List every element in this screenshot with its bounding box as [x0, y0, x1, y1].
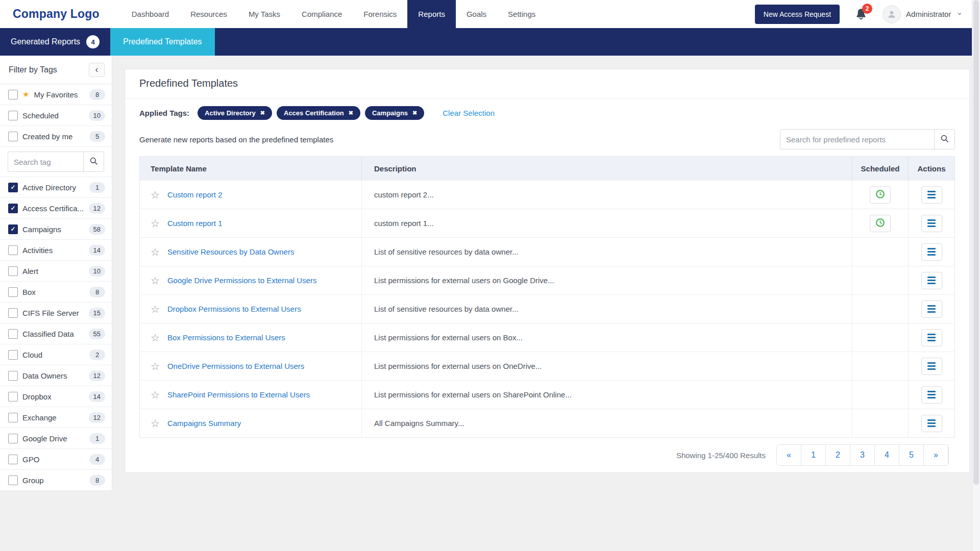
actions-menu-button[interactable]	[921, 215, 942, 232]
tag-checkbox[interactable]	[8, 371, 18, 381]
tag-checkbox[interactable]	[8, 475, 18, 485]
tag-filter-item: Dropbox 14	[0, 386, 112, 407]
nav-item[interactable]: Goals	[456, 0, 497, 28]
tag-checkbox[interactable]	[8, 350, 18, 360]
actions-menu-button[interactable]	[921, 329, 942, 346]
nav-item[interactable]: Dashboard	[121, 0, 180, 28]
template-name-link[interactable]: Custom report 2	[167, 190, 223, 199]
scrollbar[interactable]	[972, 0, 980, 551]
scheduled-button[interactable]	[870, 186, 891, 204]
sidebar-collapse-button[interactable]: ‹	[89, 63, 105, 77]
pagination-button[interactable]: »	[924, 445, 948, 465]
favorite-star-icon[interactable]: ☆	[151, 304, 160, 314]
template-name-link[interactable]: Dropbox Permissions to External Users	[167, 305, 301, 313]
remove-tag-icon[interactable]: ✖	[260, 110, 265, 116]
check-icon: ✓	[10, 205, 15, 212]
tag-search-button[interactable]	[83, 152, 104, 171]
applied-tag-chip[interactable]: Campaigns ✖	[365, 106, 424, 120]
table-row: ☆ SharePoint Permissions to External Use…	[140, 380, 954, 409]
pagination-button[interactable]: 4	[875, 445, 899, 465]
pagination-button[interactable]: «	[777, 445, 801, 465]
notification-count-badge: 2	[862, 4, 872, 14]
scheduled-cell	[852, 409, 909, 437]
template-name-link[interactable]: OneDrive Permissions to External Users	[167, 362, 304, 370]
scrollbar-thumb[interactable]	[973, 0, 979, 485]
pagination-button[interactable]: 1	[801, 445, 826, 465]
subnav-tab[interactable]: Generated Reports 4	[0, 28, 110, 56]
tag-checkbox[interactable]	[8, 245, 18, 255]
tag-search-input[interactable]	[8, 152, 83, 171]
applied-tag-label: Acces Certification	[284, 109, 344, 117]
actions-menu-button[interactable]	[921, 243, 942, 261]
pagination-button[interactable]: 2	[826, 445, 850, 465]
tag-checkbox[interactable]: ✓	[8, 183, 18, 192]
applied-tags-row: Applied Tags: Active Directory ✖ Acces C…	[125, 98, 969, 126]
tag-count-badge: 12	[89, 412, 105, 423]
report-search-button[interactable]	[934, 130, 954, 149]
filter-checkbox[interactable]	[8, 90, 18, 99]
user-menu[interactable]: Administrator ⌄	[883, 5, 963, 23]
tag-checkbox[interactable]	[8, 434, 18, 443]
nav-item[interactable]: Settings	[497, 0, 546, 28]
menu-icon	[927, 419, 936, 427]
menu-icon	[927, 391, 936, 398]
favorite-star-icon[interactable]: ☆	[151, 276, 160, 286]
applied-tag-chip[interactable]: Active Directory ✖	[198, 106, 272, 120]
actions-menu-button[interactable]	[921, 300, 942, 318]
notifications-button[interactable]: 2	[855, 8, 867, 21]
table-row: ☆ Custom report 2 custom report 2...	[140, 180, 954, 209]
actions-menu-button[interactable]	[921, 386, 942, 404]
favorite-star-icon[interactable]: ☆	[151, 361, 160, 371]
actions-cell	[909, 295, 954, 323]
template-name-link[interactable]: Campaigns Summary	[167, 419, 241, 428]
tag-checkbox[interactable]	[8, 287, 18, 297]
pagination-button[interactable]: 5	[899, 445, 924, 465]
nav-item[interactable]: Forensics	[353, 0, 407, 28]
template-name-link[interactable]: Box Permissions to External Users	[167, 333, 285, 342]
applied-tag-chip[interactable]: Acces Certification ✖	[277, 106, 360, 120]
remove-tag-icon[interactable]: ✖	[349, 110, 353, 116]
scheduled-button[interactable]	[870, 215, 891, 232]
nav-item[interactable]: My Tasks	[238, 0, 291, 28]
favorite-star-icon[interactable]: ☆	[151, 218, 160, 229]
tag-checkbox[interactable]: ✓	[8, 204, 18, 213]
actions-menu-button[interactable]	[921, 186, 942, 204]
favorite-star-icon[interactable]: ☆	[151, 418, 160, 429]
template-description-cell: List permissions for external users on G…	[362, 266, 852, 294]
favorite-star-icon[interactable]: ☆	[151, 390, 160, 400]
nav-item[interactable]: Resources	[180, 0, 238, 28]
tag-checkbox[interactable]	[8, 266, 18, 276]
nav-item[interactable]: Compliance	[291, 0, 353, 28]
actions-menu-button[interactable]	[921, 358, 942, 375]
favorite-star-icon[interactable]: ☆	[151, 190, 160, 200]
nav-item[interactable]: Reports	[407, 0, 456, 28]
template-name-link[interactable]: Google Drive Permissions to External Use…	[167, 276, 317, 285]
actions-cell	[909, 238, 954, 266]
template-name-link[interactable]: Custom report 1	[167, 219, 223, 228]
tag-checkbox[interactable]	[8, 308, 18, 318]
remove-tag-icon[interactable]: ✖	[412, 110, 417, 116]
clear-selection-link[interactable]: Clear Selection	[443, 109, 495, 117]
template-name-cell: ☆ Sensitive Resources by Data Owners	[140, 238, 362, 266]
report-search-input[interactable]	[780, 130, 934, 149]
template-name-link[interactable]: SharePoint Permissions to External Users	[167, 390, 310, 399]
favorite-star-icon[interactable]: ☆	[151, 333, 160, 343]
new-access-request-button[interactable]: New Access Request	[755, 5, 840, 24]
actions-menu-button[interactable]	[921, 272, 942, 289]
subnav-tab[interactable]: Predefined Templates	[110, 28, 214, 56]
template-name-cell: ☆ Dropbox Permissions to External Users	[140, 295, 362, 323]
tag-checkbox[interactable]	[8, 392, 18, 402]
tag-checkbox[interactable]	[8, 329, 18, 339]
filter-checkbox[interactable]	[8, 111, 18, 120]
tag-checkbox[interactable]	[8, 455, 18, 464]
actions-menu-button[interactable]	[921, 415, 942, 432]
table-row: ☆ OneDrive Permissions to External Users…	[140, 352, 954, 380]
favorite-star-icon[interactable]: ☆	[151, 247, 160, 257]
scheduled-cell	[852, 181, 909, 209]
tag-filter-item: GPO 4	[0, 449, 112, 470]
pagination-button[interactable]: 3	[850, 445, 875, 465]
filter-checkbox[interactable]	[8, 132, 18, 141]
tag-checkbox[interactable]	[8, 413, 18, 422]
template-name-link[interactable]: Sensitive Resources by Data Owners	[167, 247, 294, 256]
tag-checkbox[interactable]: ✓	[8, 224, 18, 234]
